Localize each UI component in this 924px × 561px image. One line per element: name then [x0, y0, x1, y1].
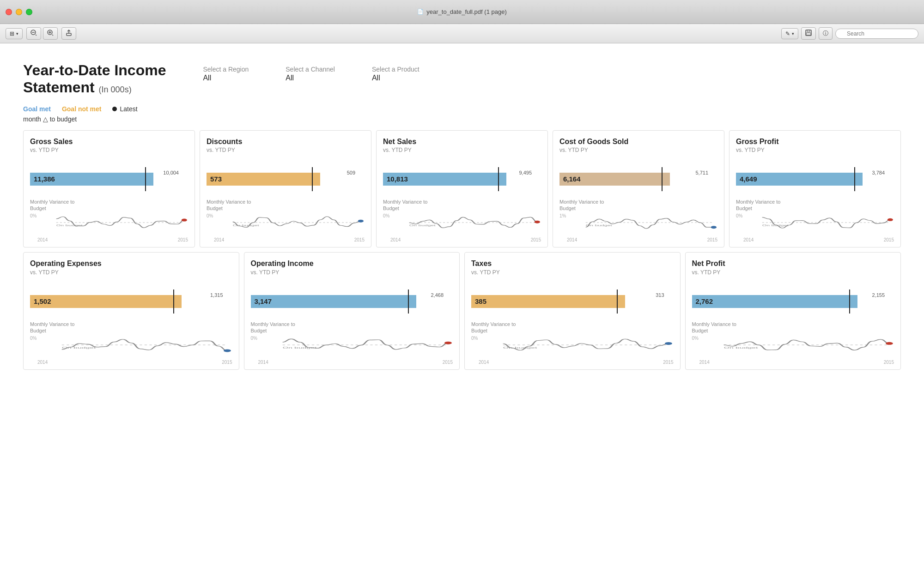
sparkline-chart-net-profit: On budget: [699, 336, 894, 354]
sparkline-svg-operating-expenses: On budget: [30, 336, 232, 359]
sparkline-axis-taxes: 2014 2015: [471, 360, 674, 365]
sparkline-label-gross-sales: Monthly Variance toBudget: [30, 199, 188, 212]
card-subtitle-net-sales: vs. YTD PY: [383, 147, 541, 153]
year-start-label-taxes: 2014: [479, 360, 489, 365]
svg-text:On budget: On budget: [409, 224, 436, 227]
product-filter[interactable]: Select a Product All: [372, 66, 419, 82]
info-icon: ⓘ: [823, 30, 828, 37]
info-button[interactable]: ⓘ: [819, 27, 833, 40]
svg-text:On budget: On budget: [56, 224, 83, 227]
minimize-button[interactable]: [16, 9, 22, 15]
zoom-in-button[interactable]: [43, 27, 58, 40]
svg-point-28: [888, 218, 893, 221]
svg-text:On budget: On budget: [762, 224, 789, 227]
svg-point-34: [444, 342, 452, 344]
bar-area-operating-income: 2,468 3,147: [251, 280, 453, 317]
year-start-label-cogs: 2014: [567, 237, 577, 242]
card-title-discounts: Discounts: [207, 137, 365, 146]
svg-point-31: [224, 350, 231, 352]
maximize-button[interactable]: [26, 9, 32, 15]
save-icon: [805, 30, 812, 37]
sparkline-axis-discounts: 2014 2015: [207, 237, 365, 242]
year-start-label-gross-sales: 2014: [37, 237, 48, 242]
titlebar-title-text: year_to_date_full.pdf (1 page): [426, 8, 506, 15]
card-title-operating-expenses: Operating Expenses: [30, 259, 232, 268]
card-subtitle-cogs: vs. YTD PY: [559, 147, 717, 153]
share-button[interactable]: [61, 27, 76, 40]
year-end-label-operating-income: 2015: [443, 360, 453, 365]
product-filter-label: Select a Product: [372, 66, 419, 73]
bar-container-gross-sales: 10,004 11,386: [30, 158, 188, 186]
bar-main-cogs: 6,164: [559, 173, 670, 186]
card-net-sales: Net Sales vs. YTD PY 9,495 10,813 Mont: [376, 130, 548, 248]
sparkline-label-cogs: Monthly Variance toBudget: [559, 199, 717, 212]
search-wrapper: [835, 29, 918, 39]
close-button[interactable]: [6, 9, 12, 15]
svg-point-25: [711, 226, 717, 229]
sparkline-axis-net-sales: 2014 2015: [383, 237, 541, 242]
bar-container-net-profit: 2,155 2,762: [692, 280, 894, 308]
pen-button[interactable]: ✎ ▾: [781, 28, 798, 39]
sparkline-axis-gross-sales: 2014 2015: [30, 237, 188, 242]
file-icon: 📄: [417, 9, 424, 15]
year-end-label-operating-expenses: 2015: [222, 360, 232, 365]
sparkline-svg-net-sales: On budget: [383, 213, 541, 236]
month-text: month: [23, 115, 41, 123]
sparkline-area-discounts: Monthly Variance toBudget 0% On budget 2…: [207, 199, 365, 243]
sparkline-area-operating-expenses: Monthly Variance toBudget 0% On budget 2…: [30, 321, 232, 365]
bar-line-net-profit: [849, 290, 850, 314]
bar-container-discounts: 509 573: [207, 158, 365, 186]
sparkline-label-discounts: Monthly Variance toBudget: [207, 199, 365, 212]
bar-area-discounts: 509 573: [207, 158, 365, 195]
sparkline-svg-net-profit: On budget: [692, 336, 894, 359]
year-end-label-gross-profit: 2015: [884, 237, 894, 242]
toolbar-right: ✎ ▾ ⓘ: [781, 27, 918, 40]
year-start-label-gross-profit: 2014: [743, 237, 754, 242]
bar-wrapper-cogs: 6,164: [559, 173, 717, 186]
zoom-out-icon: [30, 30, 37, 37]
region-filter-label: Select a Region: [203, 66, 249, 73]
legend-goal-met: Goal met: [23, 105, 51, 113]
pen-chevron-icon: ▾: [792, 31, 794, 36]
bar-area-net-profit: 2,155 2,762: [692, 280, 894, 317]
view-button[interactable]: ⊞ ▾: [6, 28, 23, 39]
bar-line-gross-sales: [145, 167, 146, 191]
zoom-out-button[interactable]: [26, 27, 41, 40]
svg-line-6: [52, 35, 53, 36]
year-start-label-operating-income: 2014: [258, 360, 268, 365]
svg-point-16: [182, 219, 187, 222]
sparkline-label-taxes: Monthly Variance toBudget: [471, 321, 674, 334]
channel-filter-value: All: [286, 74, 335, 82]
year-start-label-net-sales: 2014: [390, 237, 401, 242]
sparkline-label-operating-expenses: Monthly Variance toBudget: [30, 321, 232, 334]
card-subtitle-discounts: vs. YTD PY: [207, 147, 365, 153]
channel-filter[interactable]: Select a Channel All: [286, 66, 335, 82]
month-to-budget-label: month △ to budget: [23, 115, 901, 123]
toolbar-view-group: ⊞ ▾: [6, 28, 23, 39]
sparkline-area-operating-income: Monthly Variance toBudget 0% On budget 2…: [251, 321, 453, 365]
zoom-in-icon: [47, 30, 54, 37]
card-title-net-profit: Net Profit: [692, 259, 894, 268]
save-button[interactable]: [801, 27, 816, 40]
delta-symbol: △: [43, 115, 48, 123]
bar-wrapper-operating-income: 3,147: [251, 295, 453, 308]
product-filter-value: All: [372, 74, 419, 82]
region-filter[interactable]: Select a Region All: [203, 66, 249, 82]
svg-point-19: [358, 220, 364, 223]
card-discounts: Discounts vs. YTD PY 509 573 Monthly V: [200, 130, 371, 248]
card-gross-profit: Gross Profit vs. YTD PY 3,784 4,649 Mo: [729, 130, 901, 248]
sparkline-label-gross-profit: Monthly Variance toBudget: [736, 199, 894, 212]
sparkline-chart-operating-income: On budget: [258, 336, 453, 354]
bar-line-net-sales: [498, 167, 499, 191]
bar-container-net-sales: 9,495 10,813: [383, 158, 541, 186]
legend-latest-label: Latest: [120, 105, 137, 113]
bar-wrapper-net-profit: 2,762: [692, 295, 894, 308]
search-input[interactable]: [835, 29, 918, 39]
card-title-cogs: Cost of Goods Sold: [559, 137, 717, 146]
bar-area-operating-expenses: 1,315 1,502: [30, 280, 232, 317]
content-area: Year-to-Date Income Statement (In 000s) …: [0, 43, 924, 561]
row1-cards: Gross Sales vs. YTD PY 10,004 11,386 M: [23, 130, 901, 248]
bar-wrapper-gross-profit: 4,649: [736, 173, 894, 186]
bar-line-gross-profit: [854, 167, 855, 191]
bar-area-taxes: 313 385: [471, 280, 674, 317]
